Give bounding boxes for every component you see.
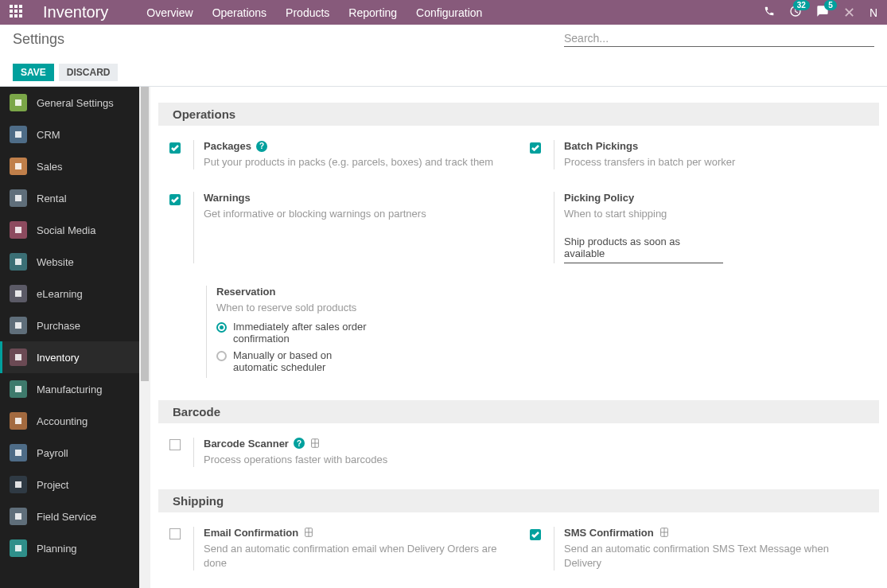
svg-rect-4 (15, 227, 21, 233)
search-wrap (564, 32, 874, 47)
phone-icon[interactable] (764, 6, 775, 19)
menu-overview[interactable]: Overview (146, 6, 193, 19)
sidebar-item-purchase[interactable]: Purchase (0, 310, 139, 341)
sidebar-item-inventory[interactable]: Inventory (0, 341, 139, 373)
sidebar-item-label: Planning (37, 543, 77, 555)
menu-configuration[interactable]: Configuration (416, 6, 482, 19)
sidebar-item-website[interactable]: Website (0, 246, 139, 278)
batch-title: Batch Pickings (564, 140, 638, 152)
enterprise-icon[interactable] (309, 438, 321, 449)
enterprise-icon[interactable] (303, 527, 314, 538)
svg-rect-12 (15, 481, 21, 488)
app-icon (10, 285, 27, 302)
app-icon (10, 412, 27, 430)
scanner-checkbox[interactable] (169, 439, 181, 450)
reservation-opt2: Manually or based on automatic scheduler (233, 349, 376, 373)
section-shipping-body: Email Confirmation Send an automatic con… (150, 512, 887, 585)
svg-rect-2 (15, 163, 21, 169)
app-icon (10, 539, 27, 557)
clock-badge: 32 (793, 0, 810, 10)
sms-checkbox[interactable] (530, 529, 541, 540)
setting-sms: SMS Confirmation Send an automatic confi… (519, 524, 879, 574)
sidebar-item-elearning[interactable]: eLearning (0, 278, 139, 310)
menu-reporting[interactable]: Reporting (348, 6, 397, 19)
app-icon (10, 189, 27, 207)
sidebar-item-crm[interactable]: CRM (0, 119, 139, 150)
control-panel: Settings Save Discard (0, 25, 887, 87)
scrollbar-thumb[interactable] (141, 87, 149, 381)
sidebar-item-project[interactable]: Project (0, 469, 139, 500)
reservation-opt1: Immediately after sales order confirmati… (233, 321, 376, 345)
app-icon (10, 444, 27, 461)
sidebar-item-planning[interactable]: Planning (0, 532, 139, 564)
chat-icon[interactable]: 5 (816, 5, 829, 20)
user-letter[interactable]: N (869, 6, 877, 19)
sidebar-item-label: Payroll (37, 447, 68, 459)
menu-products[interactable]: Products (286, 6, 329, 19)
sidebar-item-label: Social Media (37, 224, 95, 236)
sidebar-item-label: General Settings (37, 97, 114, 109)
app-icon (10, 476, 27, 493)
close-icon[interactable]: ✕ (843, 4, 855, 21)
app-icon (10, 349, 27, 366)
picking-title: Picking Policy (564, 192, 634, 204)
save-button[interactable]: Save (13, 64, 54, 81)
section-shipping-head: Shipping (158, 489, 879, 512)
reservation-desc: When to reserve sold products (216, 301, 508, 315)
enterprise-icon[interactable] (659, 527, 670, 538)
scanner-desc: Process operations faster with barcodes (204, 453, 508, 467)
section-barcode-head: Barcode (158, 400, 879, 423)
packages-checkbox[interactable] (169, 142, 181, 154)
app-icon (10, 508, 27, 525)
warnings-desc: Get informative or blocking warnings on … (204, 207, 508, 221)
app-icon (10, 317, 27, 334)
sidebar-item-accounting[interactable]: Accounting (0, 405, 139, 437)
help-icon[interactable]: ? (256, 141, 267, 152)
section-operations-head: Operations (158, 103, 879, 126)
batch-checkbox[interactable] (530, 142, 541, 154)
search-input[interactable] (564, 32, 874, 45)
sidebar-item-field-service[interactable]: Field Service (0, 500, 139, 532)
help-icon[interactable]: ? (294, 438, 305, 449)
picking-select[interactable]: Ship products as soon as available (564, 232, 723, 263)
sms-desc: Send an automatic confirmation SMS Text … (564, 542, 868, 570)
svg-rect-3 (15, 195, 21, 201)
sidebar-item-label: Field Service (37, 511, 96, 523)
chat-badge: 5 (824, 0, 837, 10)
menu-operations[interactable]: Operations (212, 6, 266, 19)
app-icon (10, 380, 27, 398)
scrollbar[interactable] (139, 87, 150, 588)
discard-button[interactable]: Discard (59, 64, 119, 81)
section-barcode-body: Barcode Scanner ? Process operations fas… (150, 423, 887, 481)
sidebar-item-rental[interactable]: Rental (0, 182, 139, 214)
app-icon (10, 253, 27, 271)
packages-desc: Put your products in packs (e.g. parcels… (204, 155, 508, 169)
svg-rect-8 (15, 354, 21, 360)
page-title: Settings (13, 31, 64, 48)
email-checkbox[interactable] (169, 528, 181, 539)
sidebar-item-manufacturing[interactable]: Manufacturing (0, 373, 139, 405)
packages-title: Packages (204, 140, 251, 152)
sidebar-item-label: Project (37, 479, 68, 491)
sidebar-item-payroll[interactable]: Payroll (0, 437, 139, 469)
svg-rect-14 (15, 545, 21, 551)
sidebar-item-social-media[interactable]: Social Media (0, 214, 139, 246)
setting-email: Email Confirmation Send an automatic con… (158, 524, 519, 574)
warnings-checkbox[interactable] (169, 194, 181, 205)
content: Operations Packages ? Put your products … (150, 87, 887, 588)
reservation-radio-2[interactable] (216, 351, 227, 361)
sidebar-item-label: Accounting (37, 415, 88, 427)
reservation-title: Reservation (216, 286, 275, 298)
topmenu: Overview Operations Products Reporting C… (146, 6, 482, 19)
apps-icon[interactable] (10, 5, 25, 21)
sidebar-item-sales[interactable]: Sales (0, 150, 139, 182)
svg-rect-9 (15, 386, 21, 392)
sidebar-item-general-settings[interactable]: General Settings (0, 87, 139, 119)
batch-desc: Process transfers in batch per worker (564, 155, 868, 169)
svg-rect-6 (15, 290, 21, 297)
app-icon (10, 126, 27, 143)
sidebar-item-label: Purchase (37, 320, 80, 332)
reservation-radio-1[interactable] (216, 322, 227, 333)
clock-icon[interactable]: 32 (789, 5, 802, 20)
brand: Inventory (43, 3, 108, 21)
